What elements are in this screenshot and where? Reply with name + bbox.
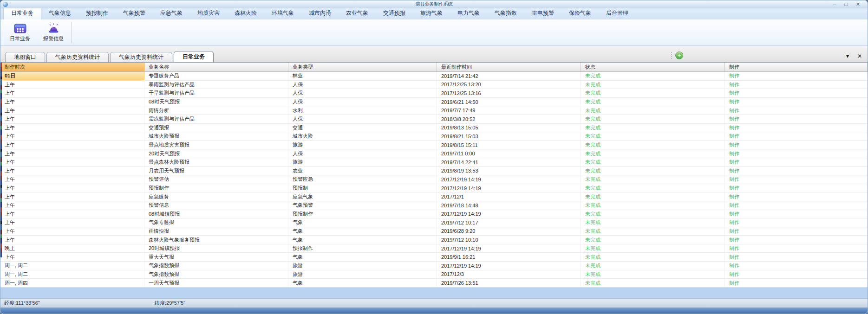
cell-make-time: 上午 <box>0 89 144 97</box>
cell-last-made: 2017/12/3 <box>437 270 581 279</box>
make-link[interactable]: 制作 <box>725 201 868 210</box>
add-tab-button[interactable]: + <box>675 51 683 59</box>
table-row[interactable]: 01日 专题服务产品 林业 2019/7/14 21:42 未完成 制作 <box>0 72 868 81</box>
make-link[interactable]: 制作 <box>725 236 868 244</box>
make-link[interactable]: 制作 <box>725 141 868 149</box>
column-header[interactable]: 业务名称 <box>144 63 288 71</box>
ribbon-tab[interactable]: 保险气象 <box>561 7 599 19</box>
document-tab[interactable]: 日常业务 <box>174 51 214 62</box>
ribbon-tab[interactable]: 环境气象 <box>264 7 301 19</box>
table-row[interactable]: 上午 预警评估 预警应急 2017/12/19 14:19 未完成 制作 <box>0 175 868 184</box>
ribbon-tab[interactable]: 气象指数 <box>487 7 524 19</box>
make-link[interactable]: 制作 <box>725 227 868 236</box>
ribbon-tab[interactable]: 预报制作 <box>78 7 116 19</box>
make-link[interactable]: 制作 <box>725 244 868 253</box>
cell-last-made: 2019/7/12 10:17 <box>437 218 581 227</box>
make-link[interactable]: 制作 <box>725 98 868 106</box>
make-link[interactable]: 制作 <box>725 175 868 184</box>
document-tab[interactable]: 气象历史资料统计 <box>46 52 109 62</box>
ribbon-tab[interactable]: 交通预报 <box>376 7 413 19</box>
table-row[interactable]: 上午 暴雨监测与评估产品 人保 2017/12/25 13:20 未完成 制作 <box>0 81 868 90</box>
ribbon-tab[interactable]: 旅游气象 <box>413 7 450 19</box>
table-row[interactable]: 周一, 周二 气象指数预报 旅游 2017/12/19 14:19 未完成 制作 <box>0 262 868 270</box>
minimize-button[interactable]: – <box>833 1 836 8</box>
ribbon-tab-label: 雷电预警 <box>532 10 554 16</box>
table-row[interactable]: 周一, 周四 一周天气预报 气象 2019/7/26 13:51 未完成 制作 <box>0 279 868 288</box>
column-header[interactable]: 制作 <box>725 63 868 71</box>
make-link[interactable]: 制作 <box>725 72 868 80</box>
maximize-button[interactable]: □ <box>844 1 848 8</box>
cell-task-type: 交通 <box>288 124 437 132</box>
window-bottom-frame <box>0 308 868 314</box>
make-link[interactable]: 制作 <box>725 167 868 175</box>
ribbon-tab[interactable]: 城市内涝 <box>301 7 339 19</box>
cell-status: 未完成 <box>581 236 725 244</box>
table-row[interactable]: 上午 20时天气预报 人保 2019/7/11 0:00 未完成 制作 <box>0 149 868 158</box>
make-link[interactable]: 制作 <box>725 270 868 279</box>
daily-business-button[interactable]: 日常业务 <box>3 19 37 45</box>
close-tab-icon[interactable]: ✕ <box>857 53 862 59</box>
ribbon-tab[interactable]: 雷电预警 <box>524 7 561 19</box>
ribbon-tab[interactable]: 森林火险 <box>227 7 264 19</box>
document-tab[interactable]: 气象历史资料统计 <box>110 52 172 62</box>
column-header[interactable]: 最近制作时间 <box>437 63 581 71</box>
make-link[interactable]: 制作 <box>725 253 868 261</box>
make-link[interactable]: 制作 <box>725 184 868 192</box>
alarm-info-button[interactable]: 报警信息 <box>37 19 70 45</box>
table-row[interactable]: 上午 景点森林火险预报 旅游 2019/7/14 22:41 未完成 制作 <box>0 158 868 167</box>
ribbon-tab[interactable]: 地质灾害 <box>190 7 227 19</box>
make-link[interactable]: 制作 <box>725 89 868 97</box>
table-row[interactable]: 上午 08时天气预报 人保 2019/6/21 14:50 未完成 制作 <box>0 98 868 107</box>
make-link[interactable]: 制作 <box>725 158 868 167</box>
make-link[interactable]: 制作 <box>725 279 868 287</box>
table-row[interactable]: 上午 月农用天气预报 农业 2019/8/19 13:53 未完成 制作 <box>0 167 868 176</box>
column-header[interactable]: 业务类型 <box>288 63 437 71</box>
table-row[interactable]: 上午 景点地质灾害预报 旅游 2019/8/15 15:11 未完成 制作 <box>0 141 868 150</box>
make-link[interactable]: 制作 <box>725 124 868 132</box>
document-tab[interactable]: 地图窗口 <box>5 52 45 62</box>
make-link[interactable]: 制作 <box>725 192 868 201</box>
cell-task-name: 雨情分析 <box>144 106 288 115</box>
column-header[interactable]: 制作时次 <box>0 63 144 71</box>
ribbon-tab[interactable]: 日常业务 <box>3 7 41 19</box>
tab-list-dropdown-icon[interactable]: ▾ <box>846 53 849 59</box>
table-row[interactable]: 上午 交通预报 交通 2019/8/13 15:05 未完成 制作 <box>0 124 868 133</box>
cell-task-type: 预报制作 <box>288 210 437 218</box>
table-row[interactable]: 上午 城市火险预报 城市火险 2019/8/21 15:03 未完成 制作 <box>0 132 868 141</box>
make-link[interactable]: 制作 <box>725 218 868 227</box>
make-link[interactable]: 制作 <box>725 132 868 141</box>
table-row[interactable]: 上午 雨情分析 水利 2019/7/7 17:49 未完成 制作 <box>0 106 868 115</box>
table-row[interactable]: 上午 气象专题报 气象 2019/7/12 10:17 未完成 制作 <box>0 218 868 227</box>
make-link[interactable]: 制作 <box>725 210 868 218</box>
table-row[interactable]: 上午 重大天气报 气象 2019/9/1 16:21 未完成 制作 <box>0 253 868 262</box>
table-row[interactable]: 上午 霜冻监测与评估产品 人保 2018/3/8 20:52 未完成 制作 <box>0 115 868 124</box>
ribbon-tab[interactable]: 气象信息 <box>41 7 78 19</box>
ribbon-tab[interactable]: 气象预警 <box>116 7 153 19</box>
table-row[interactable]: 周一, 周二 气象指数预报 旅游 2017/12/3 未完成 制作 <box>0 270 868 279</box>
make-link[interactable]: 制作 <box>725 149 868 158</box>
cell-make-time: 上午 <box>0 149 144 158</box>
ribbon-tab[interactable]: 后台管理 <box>599 7 636 19</box>
make-link[interactable]: 制作 <box>725 262 868 270</box>
cell-task-name: 应急服务 <box>144 192 288 201</box>
table-row[interactable]: 上午 预警信息 气象预警 2019/7/18 14:48 未完成 制作 <box>0 201 868 210</box>
table-row[interactable]: 上午 森林火险气象服务预报 气象 2019/7/12 10:10 未完成 制作 <box>0 236 868 244</box>
ribbon-tab[interactable]: 应急气象 <box>153 7 190 19</box>
table-row[interactable]: 上午 应急服务 应急气象 2017/12/1 未完成 制作 <box>0 192 868 201</box>
table-row[interactable]: 上午 干旱监测与评估产品 人保 2017/12/25 13:16 未完成 制作 <box>0 89 868 98</box>
make-link[interactable]: 制作 <box>725 106 868 115</box>
table-row[interactable]: 上午 预报制作 预报制 2017/12/19 14:19 未完成 制作 <box>0 184 868 193</box>
ribbon-tab[interactable]: 电力气象 <box>450 7 487 19</box>
column-header[interactable]: 状态 <box>581 63 725 71</box>
make-link[interactable]: 制作 <box>725 115 868 123</box>
cell-make-time: 上午 <box>0 218 144 227</box>
table-row[interactable]: 上午 雨情快报 气象 2019/6/28 9:20 未完成 制作 <box>0 227 868 236</box>
close-button[interactable]: ✕ <box>856 1 860 8</box>
ribbon-tab[interactable]: 农业气象 <box>339 7 376 19</box>
ribbon-tab-label: 日常业务 <box>11 10 33 16</box>
make-link[interactable]: 制作 <box>725 81 868 89</box>
cell-task-type: 气象 <box>288 236 437 244</box>
table-row[interactable]: 上午 08时城镇预报 预报制作 2017/12/19 14:19 未完成 制作 <box>0 210 868 219</box>
table-row[interactable]: 晚上 20时城镇预报 预报制作 2017/12/19 14:19 未完成 制作 <box>0 244 868 253</box>
cell-status: 未完成 <box>581 201 725 210</box>
